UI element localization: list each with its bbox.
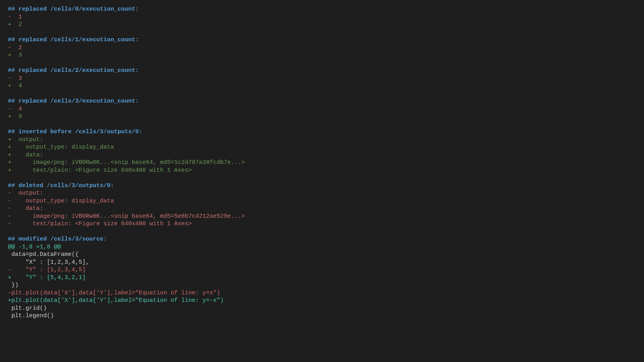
diff-line-blank [8,90,636,98]
diff-line-header: ## replaced /cells/1/execution_count: [8,36,636,44]
diff-line-del: - 4 [8,105,636,113]
diff-line-blank [8,174,636,182]
diff-line-del: - 3 [8,75,636,83]
diff-line-del: - data: [8,205,636,213]
diff-line-header: ## replaced /cells/3/execution_count: [8,97,636,105]
diff-line-del-bright: -plt.plot(data['X'],data['Y'],label="Equ… [8,289,636,297]
diff-line-ctx: plt.grid() [8,305,636,312]
diff-line-del: - 2 [8,44,636,52]
diff-line-del: - output: [8,189,636,197]
diff-line-ctx: data=pd.DataFrame({ [8,251,636,259]
diff-line-header: ## deleted /cells/3/outputs/0: [8,182,636,190]
diff-line-del: - text/plain: <Figure size 640x480 with … [8,220,636,228]
diff-line-del: - output_type: display_data [8,197,636,205]
diff-line-del: - image/png: iVBORw0K...<snip base64, md… [8,213,636,221]
diff-line-header: ## inserted before /cells/3/outputs/0: [8,128,636,136]
diff-line-header: ## replaced /cells/2/execution_count: [8,67,636,75]
diff-line-header: ## modified /cells/3/source: [8,235,636,243]
diff-line-add: + 2 [8,21,636,29]
diff-line-header: ## replaced /cells/0/execution_count: [8,6,636,13]
diff-line-add: + text/plain: <Figure size 640x480 with … [8,167,636,175]
diff-line-del-bright: - "Y" : [1,2,3,4,5] [8,266,636,274]
diff-line-add: + 5 [8,113,636,121]
diff-line-hunk: @@ -1,8 +1,8 @@ [8,243,636,251]
diff-line-add-bright: +plt.plot(data['X'],data['Y'],label="Equ… [8,297,636,305]
diff-line-blank [8,121,636,129]
diff-line-add: + image/png: iVBORw0K...<snip base64, md… [8,159,636,167]
diff-line-ctx: "X" : [1,2,3,4,5], [8,259,636,266]
diff-line-add: + output_type: display_data [8,143,636,151]
diff-line-add: + 3 [8,51,636,59]
diff-line-add: + output: [8,136,636,144]
diff-line-ctx: }) [8,281,636,289]
diff-line-ctx: plt.legend() [8,312,636,320]
diff-line-add: + data: [8,151,636,159]
diff-line-blank [8,29,636,37]
diff-line-del: - 1 [8,13,636,21]
diff-line-blank [8,59,636,67]
diff-line-add-bright: + "Y" : [5,4,3,2,1] [8,274,636,282]
diff-line-add: + 4 [8,82,636,90]
diff-output: ## replaced /cells/0/execution_count:- 1… [0,0,644,325]
diff-line-blank [8,228,636,236]
